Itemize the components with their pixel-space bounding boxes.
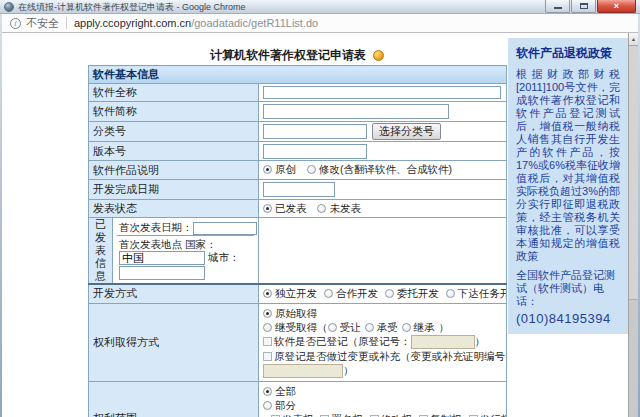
table-row: 软件作品说明 原创 修改(含翻译软件、合成软件)	[89, 161, 507, 180]
first-publish-date-label: 首次发表日期：	[119, 221, 193, 233]
publish-country-input[interactable]	[119, 251, 205, 265]
change-number-suffix: ）	[343, 364, 354, 376]
published-info-subtable: 首次发表日期： 首次发表地点 国家： 城市：	[113, 218, 259, 285]
change-certificate-number-input[interactable]	[263, 364, 343, 378]
maximize-icon	[580, 3, 588, 9]
table-row: 分类号 选择分类号	[89, 122, 507, 142]
select-classification-button[interactable]: 选择分类号	[372, 123, 441, 140]
page-title-row: 计算机软件著作权登记申请表	[88, 47, 506, 64]
checkbox-label: 修改权	[381, 413, 413, 417]
radio-original[interactable]	[263, 165, 272, 174]
field-label: 软件作品说明	[89, 161, 259, 180]
maximize-button[interactable]	[571, 0, 596, 13]
original-registration-number-input[interactable]	[411, 335, 475, 349]
table-row: 版本号	[89, 142, 507, 161]
url-host[interactable]: apply.ccopyright.com.cn	[74, 17, 191, 29]
development-date-input[interactable]	[263, 182, 335, 197]
section-header-row: 软件基本信息	[89, 66, 507, 84]
paren-open: （	[317, 321, 328, 333]
software-full-name-input[interactable]	[263, 86, 501, 99]
minimize-icon	[554, 7, 562, 9]
section-header: 软件基本信息	[89, 66, 507, 84]
radio-inherit[interactable]	[402, 323, 411, 332]
published-info-empty-cell	[259, 218, 507, 285]
radio-label: 部分	[275, 399, 296, 411]
field-label: 发表状态	[89, 200, 259, 218]
checkbox-already-registered[interactable]	[263, 337, 272, 346]
checkbox-label: 发行权	[480, 413, 507, 417]
checkbox-label: 署名权	[331, 413, 363, 417]
help-icon[interactable]	[373, 50, 384, 61]
scrollbar-up-button[interactable]: ▲	[629, 33, 638, 46]
page-info-icon[interactable]: i	[10, 18, 21, 29]
checkbox-label: 复制权	[430, 413, 462, 417]
radio-cooperative-dev[interactable]	[324, 289, 333, 298]
published-info-row: 已发表信息 首次发表日期： 首次发表地点 国家： 城市：	[89, 218, 507, 285]
radio-scope-all[interactable]	[263, 387, 272, 396]
radio-label: 未发表	[329, 202, 361, 214]
window-border-left	[0, 14, 2, 417]
classification-number-input[interactable]	[263, 124, 367, 139]
reg-number-prefix: （原登记号：	[348, 335, 411, 347]
close-button[interactable]: ×	[597, 0, 636, 13]
radio-assigned-dev[interactable]	[446, 289, 455, 298]
window-controls: ×	[544, 0, 636, 13]
radio-label: 已发表	[275, 202, 307, 214]
sidebar-contact-label: 全国软件产品登记测试（软件测试）电话：	[516, 269, 620, 308]
first-publish-place-label: 首次发表地点 国家：	[119, 238, 252, 250]
checkbox-label: 软件是否已登记	[274, 335, 348, 347]
radio-label: 合作开发	[336, 287, 378, 299]
first-publish-date-input[interactable]	[193, 222, 257, 235]
field-label: 版本号	[89, 142, 259, 161]
table-row: 开发完成日期	[89, 180, 507, 200]
radio-label: 原始取得	[275, 307, 317, 319]
radio-published[interactable]	[263, 204, 272, 213]
address-bar[interactable]: i 不安全 apply.ccopyright.com.cn/goadatadic…	[2, 14, 638, 33]
rights-acquisition-row: 权利取得方式 原始取得 继受取得（受让承受继承） 软件是否已登记（原登记号：） …	[89, 303, 507, 381]
change-number-prefix: （变更或补充证明编号：	[400, 350, 507, 362]
radio-original-acquisition[interactable]	[263, 309, 272, 318]
rights-scope-row: 权利范围 全部 部分 发表权 署名权 修改权 复制权 发行权 出租权 信息网络传…	[89, 381, 507, 417]
checkbox-label: 发表权	[282, 413, 314, 417]
radio-modified[interactable]	[307, 165, 316, 174]
field-label: 分类号	[89, 122, 259, 142]
rights-row-1: 发表权 署名权 修改权 复制权 发行权	[263, 413, 504, 417]
window-titlebar: 在线填报-计算机软件著作权登记申请表 - Google Chrome ×	[0, 0, 640, 14]
scrollbar-thumb[interactable]	[629, 46, 638, 300]
radio-label: 修改(含翻译软件、合成软件)	[319, 163, 452, 175]
page-scrollbar[interactable]: ▲	[628, 33, 638, 417]
table-row: 开发方式 独立开发 合作开发 委托开发 下达任务开发	[89, 284, 507, 303]
table-row: 发表状态 已发表 未发表	[89, 200, 507, 218]
publish-city-input[interactable]	[119, 266, 205, 280]
radio-commissioned-dev[interactable]	[385, 289, 394, 298]
close-icon: ×	[614, 2, 619, 11]
radio-succession-acquisition[interactable]	[263, 323, 272, 332]
radio-independent-dev[interactable]	[263, 289, 272, 298]
table-row: 软件全称	[89, 84, 507, 102]
scroll-up-icon: ▲	[631, 36, 636, 42]
radio-label: 受让	[340, 321, 361, 333]
publish-city-label: 城市：	[208, 251, 240, 263]
field-label: 开发完成日期	[89, 180, 259, 200]
application-form-table: 软件基本信息 软件全称 软件简称 分类号 选择分类号 版本号 软件作品说明 原创…	[88, 65, 507, 417]
software-short-name-input[interactable]	[263, 104, 449, 119]
sidebar-title: 软件产品退税政策	[516, 45, 620, 62]
version-number-input[interactable]	[263, 144, 367, 159]
radio-scope-part[interactable]	[263, 401, 272, 410]
radio-transfer[interactable]	[328, 323, 337, 332]
page-favicon-icon	[4, 2, 14, 12]
field-label: 软件全称	[89, 84, 259, 102]
radio-label: 原创	[275, 163, 296, 175]
reg-number-suffix: ）	[475, 335, 486, 347]
checkbox-changed-or-supplemented[interactable]	[263, 352, 272, 361]
field-label-vertical: 已发表信息	[89, 218, 113, 285]
radio-label: 委托开发	[397, 287, 439, 299]
radio-unpublished[interactable]	[317, 204, 326, 213]
minimize-button[interactable]	[545, 0, 570, 13]
table-row: 软件简称	[89, 102, 507, 122]
radio-label: 承受	[377, 321, 398, 333]
security-status-label[interactable]: 不安全	[26, 16, 59, 31]
radio-assume[interactable]	[365, 323, 374, 332]
sidebar-policy-text: 根据财政部财税[2011]100号文件，完成软件著作权登记和软件产品登记测试后，…	[516, 68, 620, 263]
url-path[interactable]: /goadatadic/getR11List.do	[191, 17, 318, 29]
